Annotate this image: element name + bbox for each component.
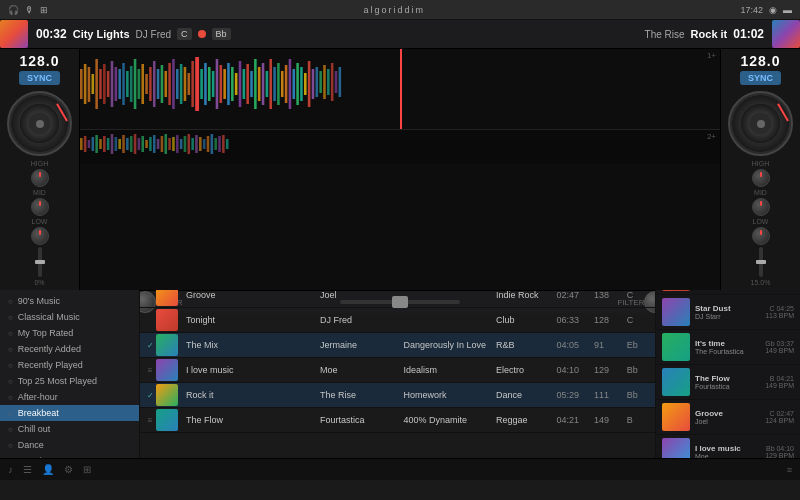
mid-knob-right[interactable]	[752, 198, 770, 216]
svg-rect-1	[84, 64, 87, 104]
left-bpm: 128.0	[19, 53, 59, 69]
wifi-icon: ◉	[769, 5, 777, 15]
svg-rect-103	[214, 138, 217, 150]
bottom-icon-settings[interactable]: ⚙	[64, 464, 73, 475]
track-key-4: Bb	[623, 363, 651, 377]
queue-meta-ilovem: Bb 04:10129 BPM	[765, 445, 794, 458]
svg-rect-49	[269, 59, 272, 109]
playlist-item-chillout[interactable]: ○ Chill out	[0, 421, 139, 437]
playlist-item-recentlyplayed[interactable]: ○ Recently Played	[0, 357, 139, 373]
svg-rect-45	[254, 59, 257, 109]
svg-rect-66	[335, 71, 338, 93]
svg-rect-39	[231, 67, 234, 101]
queue-info-itstime: It's time The Fourtastica	[695, 339, 760, 355]
mini-waveform-area[interactable]: 2+	[80, 129, 720, 164]
track-key-2: C	[623, 313, 651, 327]
playlist-item-classical[interactable]: ○ Classical Music	[0, 309, 139, 325]
svg-rect-74	[103, 136, 106, 152]
queue-artist-stardust: DJ Starr	[695, 313, 760, 320]
queue-item[interactable]: Star Dust DJ Starr C 04:25113 BPM	[656, 295, 800, 330]
track-time-3: 04:05	[553, 338, 590, 352]
low-knob-right[interactable]	[752, 227, 770, 245]
playlist-item-breakbeat[interactable]: ○ Breakbeat	[0, 405, 139, 421]
svg-rect-72	[95, 135, 98, 153]
playlist-item-90s[interactable]: ○ 90's Music	[0, 293, 139, 309]
marker-2: 2+	[707, 132, 716, 141]
left-sync-button[interactable]: SYNC	[19, 71, 60, 85]
queue-thumb-stardust	[662, 298, 690, 326]
track-album-2	[399, 318, 492, 322]
queue-artist-itstime: The Fourtastica	[695, 348, 760, 355]
svg-rect-98	[195, 135, 198, 153]
svg-rect-88	[157, 139, 160, 149]
crossfader-thumb[interactable]	[392, 296, 408, 308]
playlist-item-recentlyadded[interactable]: ○ Recently Added	[0, 341, 139, 357]
queue-item[interactable]: It's time The Fourtastica Gb 03:37149 BP…	[656, 330, 800, 365]
mid-knob-left[interactable]	[31, 198, 49, 216]
bottom-icon-grid[interactable]: ⊞	[83, 464, 91, 475]
queue-thumb-itstime	[662, 333, 690, 361]
headphone-icon: 🎧	[8, 5, 19, 15]
right-pitch-slider[interactable]	[759, 247, 763, 277]
playlist-item-dance[interactable]: ○ Dance	[0, 437, 139, 453]
high-knob-left[interactable]	[31, 169, 49, 187]
svg-rect-86	[149, 137, 152, 151]
crossfader[interactable]	[340, 300, 460, 304]
track-album-1	[399, 293, 492, 297]
svg-rect-65	[331, 63, 334, 101]
svg-rect-76	[111, 134, 114, 154]
right-turntable[interactable]	[728, 91, 793, 156]
mid-label-left: MID	[33, 189, 46, 196]
svg-rect-67	[339, 67, 342, 97]
table-row[interactable]: ≡ I love music Moe Idealism Electro 04:1…	[140, 358, 655, 383]
svg-rect-11	[122, 63, 125, 105]
svg-rect-14	[134, 59, 137, 109]
playlist-label-afterhour: After-hour	[18, 392, 58, 402]
left-turntable[interactable]	[7, 91, 72, 156]
track-artist-5: The Rise	[316, 388, 399, 402]
bottom-icon-person[interactable]: 👤	[42, 464, 54, 475]
track-time-4: 04:10	[553, 363, 590, 377]
playlist-item-top25[interactable]: ○ Top 25 Most Played	[0, 373, 139, 389]
track-genre-4: Electro	[492, 363, 552, 377]
bottom-icon-music[interactable]: ♪	[8, 464, 13, 475]
playlist-icon-90s: ○	[8, 297, 13, 306]
svg-rect-10	[118, 69, 121, 99]
left-eq-knobs: HIGH MID LOW	[4, 160, 75, 245]
playlist-label-toprated: My Top Rated	[18, 328, 73, 338]
low-knob-left[interactable]	[31, 227, 49, 245]
table-row[interactable]: ≡ The Flow Fourtastica 400% Dynamite Reg…	[140, 408, 655, 433]
svg-rect-28	[188, 73, 191, 95]
table-row[interactable]: ✓ The Mix Jermaine Dangerously In Love R…	[140, 333, 655, 358]
svg-rect-68	[80, 138, 83, 150]
table-row[interactable]: Tonight DJ Fred Club 06:33 128 C	[140, 308, 655, 333]
waveform-display-top[interactable]: 1+	[80, 49, 720, 129]
left-pitch-slider[interactable]	[38, 247, 42, 277]
track-info-right: The Rise Rock it 01:02	[408, 27, 772, 41]
queue-item[interactable]: I love music Moe Bb 04:10129 BPM	[656, 435, 800, 458]
playlist-icon-recentlyadded: ○	[8, 345, 13, 354]
playlist-item-afterhour[interactable]: ○ After-hour	[0, 389, 139, 405]
bottom-icon-right: ≡	[787, 465, 792, 475]
svg-rect-81	[130, 136, 133, 152]
playlist-item-detroit[interactable]: ○ Detroit	[0, 453, 139, 458]
queue-item[interactable]: Groove Joel C 02:47124 BPM	[656, 400, 800, 435]
track-genre-2: Club	[492, 313, 552, 327]
svg-rect-71	[92, 137, 95, 151]
playlist-label-dance: Dance	[18, 440, 44, 450]
bottom-icon-list[interactable]: ☰	[23, 464, 32, 475]
queue-thumb-groove	[662, 403, 690, 431]
queue-thumb-theflow	[662, 368, 690, 396]
svg-rect-34	[212, 71, 215, 97]
low-label-left: LOW	[32, 218, 48, 225]
row-playing-3: ✓	[144, 341, 156, 350]
queue-item[interactable]: The Flow Fourtastica B 04:21149 BPM	[656, 365, 800, 400]
right-sync-button[interactable]: SYNC	[740, 71, 781, 85]
high-knob-right[interactable]	[752, 169, 770, 187]
waveform-section: 128.0 SYNC HIGH MID LOW 0%	[0, 49, 800, 290]
queue-title-theflow: The Flow	[695, 374, 760, 383]
table-row[interactable]: ✓ Rock it The Rise Homework Dance 05:29 …	[140, 383, 655, 408]
playlist-item-toprated[interactable]: ○ My Top Rated	[0, 325, 139, 341]
svg-rect-102	[211, 134, 214, 154]
svg-rect-51	[277, 63, 280, 105]
